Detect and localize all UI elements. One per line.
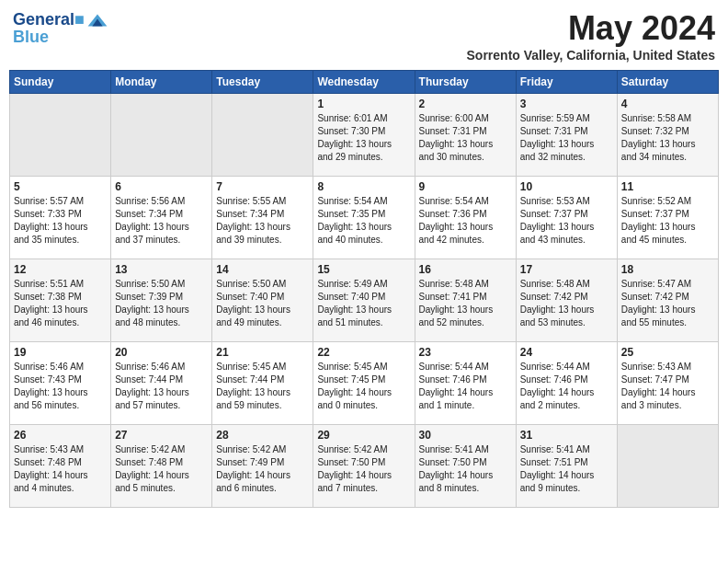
day-number: 8 [317,180,410,193]
day-number: 13 [115,263,208,276]
day-info: Sunrise: 5:54 AM Sunset: 7:35 PM Dayligh… [317,195,410,247]
logo-text: General■ [13,11,85,29]
day-info: Sunrise: 5:54 AM Sunset: 7:36 PM Dayligh… [419,195,512,247]
day-info: Sunrise: 5:56 AM Sunset: 7:34 PM Dayligh… [115,195,208,247]
calendar-cell: 23Sunrise: 5:44 AM Sunset: 7:46 PM Dayli… [415,342,516,425]
day-info: Sunrise: 5:44 AM Sunset: 7:46 PM Dayligh… [520,361,613,412]
calendar-cell: 21Sunrise: 5:45 AM Sunset: 7:44 PM Dayli… [212,342,313,425]
month-year-title: May 2024 [467,9,715,48]
day-number: 7 [216,180,309,193]
day-info: Sunrise: 5:57 AM Sunset: 7:33 PM Dayligh… [14,195,107,247]
day-number: 17 [520,263,613,276]
calendar-cell: 16Sunrise: 5:48 AM Sunset: 7:41 PM Dayli… [415,259,516,342]
day-info: Sunrise: 5:46 AM Sunset: 7:43 PM Dayligh… [14,361,107,412]
calendar-cell: 5Sunrise: 5:57 AM Sunset: 7:33 PM Daylig… [10,177,111,259]
day-number: 4 [621,98,714,110]
calendar-cell: 8Sunrise: 5:54 AM Sunset: 7:35 PM Daylig… [313,177,415,259]
calendar-cell: 11Sunrise: 5:52 AM Sunset: 7:37 PM Dayli… [617,177,718,259]
day-info: Sunrise: 5:47 AM Sunset: 7:42 PM Dayligh… [621,278,714,329]
calendar-cell: 15Sunrise: 5:49 AM Sunset: 7:40 PM Dayli… [313,259,415,342]
calendar-cell: 2Sunrise: 6:00 AM Sunset: 7:31 PM Daylig… [415,94,516,177]
day-info: Sunrise: 5:48 AM Sunset: 7:41 PM Dayligh… [419,278,512,329]
calendar-cell: 30Sunrise: 5:41 AM Sunset: 7:50 PM Dayli… [415,425,516,508]
calendar-cell: 24Sunrise: 5:44 AM Sunset: 7:46 PM Dayli… [516,342,617,425]
calendar-cell [617,425,718,508]
day-number: 16 [419,263,512,276]
weekday-header-cell: Sunday [10,71,111,94]
day-info: Sunrise: 5:44 AM Sunset: 7:46 PM Dayligh… [419,361,512,412]
day-number: 15 [317,263,410,276]
calendar-cell: 1Sunrise: 6:01 AM Sunset: 7:30 PM Daylig… [313,94,415,177]
calendar-cell: 9Sunrise: 5:54 AM Sunset: 7:36 PM Daylig… [415,177,516,259]
calendar-cell: 26Sunrise: 5:43 AM Sunset: 7:48 PM Dayli… [10,425,111,508]
day-number: 5 [14,180,107,193]
day-info: Sunrise: 5:51 AM Sunset: 7:38 PM Dayligh… [14,278,107,329]
location-subtitle: Sorrento Valley, California, United Stat… [467,48,715,63]
logo-icon [86,9,108,31]
day-number: 10 [520,180,613,193]
day-info: Sunrise: 5:49 AM Sunset: 7:40 PM Dayligh… [317,278,410,329]
calendar-cell: 20Sunrise: 5:46 AM Sunset: 7:44 PM Dayli… [111,342,212,425]
calendar-cell: 29Sunrise: 5:42 AM Sunset: 7:50 PM Dayli… [313,425,415,508]
calendar-cell: 22Sunrise: 5:45 AM Sunset: 7:45 PM Dayli… [313,342,415,425]
logo: General■ Blue [13,9,108,47]
day-number: 27 [115,429,208,442]
calendar-cell: 7Sunrise: 5:55 AM Sunset: 7:34 PM Daylig… [212,177,313,259]
calendar-week-row: 12Sunrise: 5:51 AM Sunset: 7:38 PM Dayli… [10,259,719,342]
calendar-cell [212,94,313,177]
calendar-cell [111,94,212,177]
day-number: 2 [419,98,512,110]
day-number: 26 [14,429,107,442]
calendar-cell: 18Sunrise: 5:47 AM Sunset: 7:42 PM Dayli… [617,259,718,342]
calendar-week-row: 26Sunrise: 5:43 AM Sunset: 7:48 PM Dayli… [10,425,719,508]
calendar-cell: 28Sunrise: 5:42 AM Sunset: 7:49 PM Dayli… [212,425,313,508]
weekday-header-cell: Tuesday [212,71,313,94]
day-number: 9 [419,180,512,193]
day-info: Sunrise: 5:43 AM Sunset: 7:47 PM Dayligh… [621,361,714,412]
day-info: Sunrise: 5:55 AM Sunset: 7:34 PM Dayligh… [216,195,309,247]
day-number: 20 [115,346,208,359]
day-number: 19 [14,346,107,359]
title-block: May 2024 Sorrento Valley, California, Un… [467,9,715,63]
calendar-cell: 31Sunrise: 5:41 AM Sunset: 7:51 PM Dayli… [516,425,617,508]
calendar-table: SundayMondayTuesdayWednesdayThursdayFrid… [9,70,719,508]
calendar-cell: 12Sunrise: 5:51 AM Sunset: 7:38 PM Dayli… [10,259,111,342]
day-number: 1 [317,98,410,110]
weekday-header-cell: Saturday [617,71,718,94]
day-number: 14 [216,263,309,276]
day-number: 12 [14,263,107,276]
day-number: 25 [621,346,714,359]
weekday-header-cell: Friday [516,71,617,94]
calendar-cell: 25Sunrise: 5:43 AM Sunset: 7:47 PM Dayli… [617,342,718,425]
calendar-week-row: 1Sunrise: 6:01 AM Sunset: 7:30 PM Daylig… [10,94,719,177]
calendar-week-row: 5Sunrise: 5:57 AM Sunset: 7:33 PM Daylig… [10,177,719,259]
calendar-cell [10,94,111,177]
day-info: Sunrise: 5:42 AM Sunset: 7:50 PM Dayligh… [317,443,410,495]
day-number: 22 [317,346,410,359]
day-info: Sunrise: 5:42 AM Sunset: 7:48 PM Dayligh… [115,443,208,495]
day-info: Sunrise: 5:41 AM Sunset: 7:50 PM Dayligh… [419,443,512,495]
day-info: Sunrise: 6:01 AM Sunset: 7:30 PM Dayligh… [317,112,410,164]
day-number: 3 [520,98,613,110]
calendar-cell: 17Sunrise: 5:48 AM Sunset: 7:42 PM Dayli… [516,259,617,342]
weekday-header-cell: Monday [111,71,212,94]
day-info: Sunrise: 5:41 AM Sunset: 7:51 PM Dayligh… [520,443,613,495]
calendar-cell: 4Sunrise: 5:58 AM Sunset: 7:32 PM Daylig… [617,94,718,177]
day-info: Sunrise: 5:58 AM Sunset: 7:32 PM Dayligh… [621,112,714,164]
day-number: 6 [115,180,208,193]
day-info: Sunrise: 5:42 AM Sunset: 7:49 PM Dayligh… [216,443,309,495]
day-info: Sunrise: 6:00 AM Sunset: 7:31 PM Dayligh… [419,112,512,164]
calendar-cell: 3Sunrise: 5:59 AM Sunset: 7:31 PM Daylig… [516,94,617,177]
day-number: 18 [621,263,714,276]
calendar-cell: 19Sunrise: 5:46 AM Sunset: 7:43 PM Dayli… [10,342,111,425]
weekday-header-row: SundayMondayTuesdayWednesdayThursdayFrid… [10,71,719,94]
calendar-cell: 14Sunrise: 5:50 AM Sunset: 7:40 PM Dayli… [212,259,313,342]
calendar-cell: 13Sunrise: 5:50 AM Sunset: 7:39 PM Dayli… [111,259,212,342]
day-number: 29 [317,429,410,442]
calendar-cell: 10Sunrise: 5:53 AM Sunset: 7:37 PM Dayli… [516,177,617,259]
calendar-cell: 27Sunrise: 5:42 AM Sunset: 7:48 PM Dayli… [111,425,212,508]
day-number: 11 [621,180,714,193]
day-number: 23 [419,346,512,359]
day-info: Sunrise: 5:50 AM Sunset: 7:40 PM Dayligh… [216,278,309,329]
day-info: Sunrise: 5:43 AM Sunset: 7:48 PM Dayligh… [14,443,107,495]
